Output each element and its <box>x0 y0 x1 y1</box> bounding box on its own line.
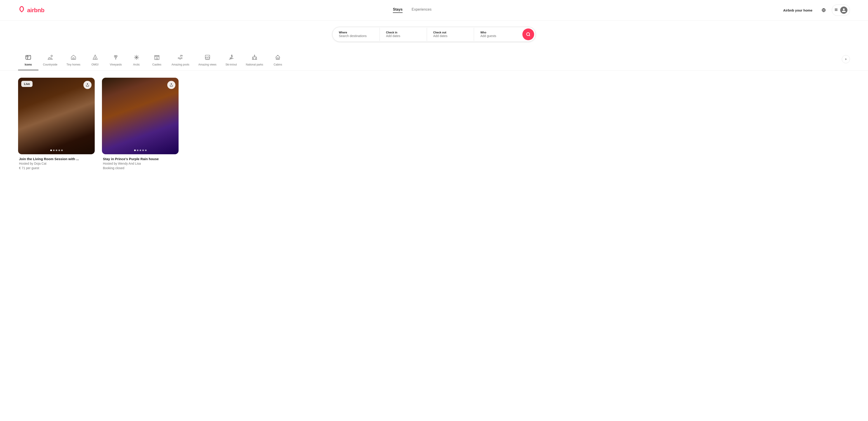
listing-card-1[interactable]: Live Join the Living Room Session with .… <box>18 78 95 170</box>
category-item-amazing-views[interactable]: Amazing views <box>194 52 221 70</box>
where-section[interactable]: Where Search destinations <box>333 28 380 41</box>
category-item-ski-in-out[interactable]: Ski-in/out <box>221 52 241 70</box>
category-item-countryside[interactable]: Countryside <box>38 52 62 70</box>
dot <box>61 150 63 151</box>
category-icon-cabins <box>275 55 281 61</box>
who-placeholder: Add guests <box>480 34 515 38</box>
dot <box>53 150 55 151</box>
dot <box>140 150 141 151</box>
listing-dots <box>50 150 63 151</box>
listings-grid: Live Join the Living Room Session with .… <box>0 70 868 177</box>
svg-point-21 <box>181 55 182 56</box>
category-icon-vineyards <box>113 55 119 61</box>
listing-price: Booking closed <box>103 166 178 170</box>
avatar <box>840 6 847 14</box>
category-icon-countryside <box>47 55 53 61</box>
dot <box>134 150 135 151</box>
svg-point-7 <box>51 55 53 57</box>
svg-rect-8 <box>73 58 74 59</box>
where-placeholder: Search destinations <box>339 34 373 38</box>
svg-rect-26 <box>277 58 279 59</box>
user-menu[interactable] <box>832 4 850 16</box>
categories-list: Icons Countryside Tiny homes OMG! Vineya… <box>18 52 839 70</box>
logo[interactable]: airbnb <box>18 6 44 14</box>
listing-image-wrap <box>102 78 179 154</box>
listing-title: Join the Living Room Session with ... <box>19 157 94 161</box>
nav-experiences[interactable]: Experiences <box>412 7 432 13</box>
checkin-value: Add dates <box>386 34 421 38</box>
category-label-castles: Castles <box>152 63 161 66</box>
svg-point-4 <box>527 33 530 36</box>
category-item-tiny-homes[interactable]: Tiny homes <box>62 52 85 70</box>
listing-title: Stay in Prince's Purple Rain house <box>103 157 178 161</box>
category-item-national-parks[interactable]: National parks <box>241 52 268 70</box>
search-bar: Where Search destinations Check in Add d… <box>332 27 536 42</box>
category-label-tiny-homes: Tiny homes <box>66 63 81 66</box>
search-icon <box>526 32 530 37</box>
logo-text: airbnb <box>27 7 44 14</box>
listing-image <box>18 78 95 154</box>
category-item-castles[interactable]: Castles <box>147 52 167 70</box>
dot <box>50 150 52 151</box>
svg-rect-20 <box>156 58 158 60</box>
dot <box>56 150 57 151</box>
search-section: Where Search destinations Check in Add d… <box>0 21 868 47</box>
dot <box>145 150 147 151</box>
svg-point-10 <box>95 58 95 59</box>
category-icon-castles <box>154 55 160 61</box>
category-icon-arctic <box>133 55 140 61</box>
who-label: Who <box>480 31 515 34</box>
checkout-value: Add dates <box>433 34 468 38</box>
category-item-arctic[interactable]: Arctic <box>126 52 147 70</box>
search-button[interactable] <box>522 28 534 40</box>
listing-badge: Live <box>21 81 33 87</box>
category-item-omg[interactable]: OMG! <box>85 52 105 70</box>
hamburger-icon <box>834 8 838 13</box>
listing-card-2[interactable]: Stay in Prince's Purple Rain house Hoste… <box>102 78 179 170</box>
main-nav: Stays Experiences <box>393 7 432 13</box>
airbnb-logo-icon <box>18 6 25 14</box>
category-item-amazing-pools[interactable]: Amazing pools <box>167 52 194 70</box>
category-icon-amazing-views <box>205 55 211 61</box>
category-icon-omg <box>92 55 98 61</box>
category-label-cabins: Cabins <box>274 63 282 66</box>
listing-info: Stay in Prince's Purple Rain house Hoste… <box>102 154 179 170</box>
categories-next-button[interactable] <box>842 55 850 63</box>
category-item-icons[interactable]: Icons <box>18 52 38 70</box>
categories-nav: Icons Countryside Tiny homes OMG! Vineya… <box>0 47 868 70</box>
globe-button[interactable] <box>819 6 828 15</box>
category-icon-national-parks <box>252 55 257 61</box>
airbnb-home-button[interactable]: Airbnb your home <box>780 6 815 14</box>
category-icon-ski-in-out <box>228 55 234 61</box>
checkin-label: Check in <box>386 31 421 34</box>
header: airbnb Stays Experiences Airbnb your hom… <box>0 0 868 21</box>
checkin-section[interactable]: Check in Add dates <box>380 28 427 41</box>
listing-image <box>102 78 179 154</box>
dot <box>137 150 138 151</box>
category-label-icons: Icons <box>25 63 32 66</box>
who-section[interactable]: Who Add guests <box>474 28 521 41</box>
listing-share-button[interactable] <box>84 81 92 89</box>
checkout-section[interactable]: Check out Add dates <box>427 28 474 41</box>
category-icon-amazing-pools <box>178 55 183 61</box>
nav-stays[interactable]: Stays <box>393 7 403 13</box>
category-item-cabins[interactable]: Cabins <box>268 52 288 70</box>
category-icon-tiny-homes <box>70 55 76 61</box>
category-label-vineyards: Vineyards <box>110 63 122 66</box>
listing-image-wrap: Live <box>18 78 95 154</box>
category-label-arctic: Arctic <box>133 63 140 66</box>
svg-rect-6 <box>26 55 31 59</box>
category-label-ski-in-out: Ski-in/out <box>225 63 237 66</box>
where-label: Where <box>339 31 373 34</box>
listing-dots <box>134 150 147 151</box>
checkout-label: Check out <box>433 31 468 34</box>
category-icon-icons <box>25 55 31 61</box>
nav-right: Airbnb your home <box>780 4 850 16</box>
listing-subtitle: Hosted by Wendy And Lisa <box>103 162 178 165</box>
listing-subtitle: Hosted by Doja Cat <box>19 162 94 165</box>
listing-price: € 71 per guest <box>19 166 94 170</box>
svg-point-13 <box>115 57 117 58</box>
svg-line-5 <box>529 35 530 36</box>
category-item-vineyards[interactable]: Vineyards <box>105 52 126 70</box>
dot <box>142 150 144 151</box>
